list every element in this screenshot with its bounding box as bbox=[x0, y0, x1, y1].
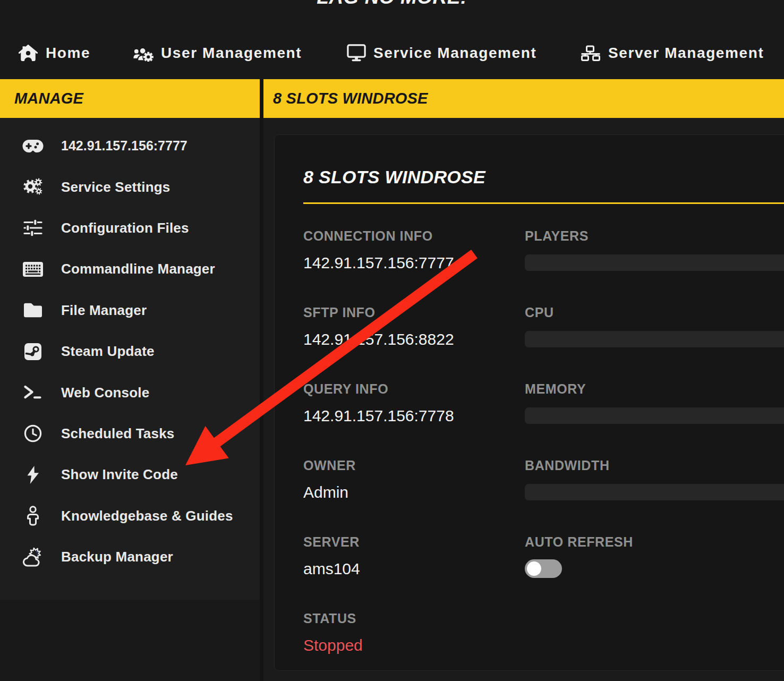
info-value: Admin bbox=[303, 481, 525, 504]
sidebar-item-label: Scheduled Tasks bbox=[61, 425, 175, 442]
main-header-title: 8 SLOTS WINDROSE bbox=[273, 90, 428, 107]
terminal-icon bbox=[22, 385, 44, 401]
metric-group-cpu: CPU bbox=[525, 303, 784, 380]
sidebar-item-label: Service Settings bbox=[61, 179, 171, 195]
info-label: SERVER bbox=[303, 533, 525, 551]
info-grid: CONNECTION INFO 142.91.157.156:7777 PLAY… bbox=[303, 227, 784, 671]
title-underline bbox=[303, 202, 784, 204]
toggle-knob bbox=[527, 561, 541, 576]
column-divider bbox=[260, 79, 263, 681]
info-column-right: BANDWIDTH bbox=[525, 456, 784, 533]
metric-label: BANDWIDTH bbox=[525, 456, 784, 474]
sidebar-item-backup-manager[interactable]: Backup Manager bbox=[0, 537, 260, 577]
info-column-right: CPU bbox=[525, 303, 784, 380]
metric-group-bandwidth: BANDWIDTH bbox=[525, 456, 784, 533]
sitemap-icon bbox=[581, 45, 601, 61]
main-header-bar: 8 SLOTS WINDROSE bbox=[263, 79, 784, 118]
info-group-sftp: SFTP INFO 142.91.157.156:8822 bbox=[303, 303, 525, 380]
nav-label: Service Management bbox=[373, 45, 536, 62]
sidebar-item-connection[interactable]: 142.91.157.156:7777 bbox=[0, 125, 260, 166]
info-group-connection: CONNECTION INFO 142.91.157.156:7777 bbox=[303, 227, 525, 303]
sidebar-item-service-settings[interactable]: Service Settings bbox=[0, 166, 260, 207]
info-value: 142.91.157.156:7778 bbox=[303, 404, 525, 428]
house-user-icon bbox=[18, 44, 38, 63]
sidebar-item-scheduled-tasks[interactable]: Scheduled Tasks bbox=[0, 413, 260, 454]
page-title: 8 SLOTS WINDROSE bbox=[303, 165, 784, 189]
metric-label: AUTO REFRESH bbox=[525, 533, 784, 551]
nav-item-user-management[interactable]: User Management bbox=[133, 35, 302, 71]
info-value: ams104 bbox=[303, 557, 525, 581]
info-row: STATUS Stopped bbox=[303, 609, 784, 671]
info-label: SFTP INFO bbox=[303, 303, 525, 321]
info-value: 142.91.157.156:7777 bbox=[303, 251, 525, 275]
sidebar-item-label: Configuration Files bbox=[61, 220, 189, 236]
cloud-backup-icon bbox=[22, 547, 44, 567]
metric-label: MEMORY bbox=[525, 380, 784, 398]
sidebar-item-show-invite-code[interactable]: Show Invite Code bbox=[0, 454, 260, 495]
info-row: OWNER Admin BANDWIDTH bbox=[303, 456, 784, 533]
nav-item-home[interactable]: Home bbox=[18, 35, 90, 71]
users-gear-icon bbox=[133, 45, 154, 62]
sidebar-item-configuration-files[interactable]: Configuration Files bbox=[0, 208, 260, 249]
memory-progress-bar bbox=[525, 407, 784, 424]
steam-icon bbox=[22, 343, 44, 361]
sidebar-item-label: Show Invite Code bbox=[61, 466, 178, 483]
sidebar-item-label: Backup Manager bbox=[61, 549, 173, 565]
nav-label: Server Management bbox=[608, 45, 764, 62]
sidebar-item-label: File Manager bbox=[61, 302, 147, 319]
sidebar-item-label: Steam Update bbox=[61, 343, 155, 360]
bandwidth-progress-bar bbox=[525, 484, 784, 500]
metric-group-memory: MEMORY bbox=[525, 380, 784, 456]
metric-label: PLAYERS bbox=[525, 227, 784, 245]
info-column-left: QUERY INFO 142.91.157.156:7778 bbox=[303, 380, 525, 456]
sidebar-item-label: Knowledgebase & Guides bbox=[61, 508, 233, 524]
info-person-icon bbox=[22, 506, 44, 526]
info-group-status: STATUS Stopped bbox=[303, 609, 525, 671]
gamepad-icon bbox=[22, 139, 44, 153]
bolt-icon bbox=[22, 465, 44, 484]
metric-group-players: PLAYERS bbox=[525, 227, 784, 303]
folder-icon bbox=[22, 302, 44, 318]
info-column-left: STATUS Stopped bbox=[303, 609, 525, 671]
info-column-left: CONNECTION INFO 142.91.157.156:7777 bbox=[303, 227, 525, 303]
info-value: 142.91.157.156:8822 bbox=[303, 328, 525, 351]
info-row: SERVER ams104 AUTO REFRESH bbox=[303, 533, 784, 609]
info-group-owner: OWNER Admin bbox=[303, 456, 525, 533]
info-column-right: AUTO REFRESH bbox=[525, 533, 784, 609]
nav-item-server-management[interactable]: Server Management bbox=[581, 35, 764, 71]
info-label: CONNECTION INFO bbox=[303, 227, 525, 245]
info-row: QUERY INFO 142.91.157.156:7778 MEMORY bbox=[303, 380, 784, 456]
info-column-left: SFTP INFO 142.91.157.156:8822 bbox=[303, 303, 525, 380]
cpu-progress-bar bbox=[525, 331, 784, 347]
sliders-icon bbox=[22, 218, 44, 237]
sidebar-item-label: Web Console bbox=[61, 385, 149, 401]
info-label: QUERY INFO bbox=[303, 380, 525, 398]
nav-label: User Management bbox=[161, 45, 302, 62]
sidebar-header-bar: MANAGE bbox=[0, 79, 260, 118]
auto-refresh-toggle[interactable] bbox=[525, 559, 562, 578]
info-group-query: QUERY INFO 142.91.157.156:7778 bbox=[303, 380, 525, 456]
info-label: OWNER bbox=[303, 456, 525, 474]
sidebar-item-web-console[interactable]: Web Console bbox=[0, 372, 260, 413]
sidebar-item-file-manager[interactable]: File Manager bbox=[0, 290, 260, 331]
sidebar-item-knowledgebase[interactable]: Knowledgebase & Guides bbox=[0, 496, 260, 537]
keyboard-icon bbox=[22, 261, 44, 277]
nav-label: Home bbox=[46, 45, 90, 62]
hero-headline: LAG NO MORE! bbox=[0, 0, 784, 8]
status-value: Stopped bbox=[303, 634, 525, 657]
display-icon bbox=[347, 44, 366, 63]
info-label: STATUS bbox=[303, 609, 525, 627]
nav-item-service-management[interactable]: Service Management bbox=[347, 35, 536, 71]
info-row: CONNECTION INFO 142.91.157.156:7777 PLAY… bbox=[303, 227, 784, 303]
top-nav: Home bbox=[0, 35, 784, 71]
sidebar-menu: 142.91.157.156:7777 Service Settings bbox=[0, 118, 260, 600]
info-row: SFTP INFO 142.91.157.156:8822 CPU bbox=[303, 303, 784, 380]
info-column-left: OWNER Admin bbox=[303, 456, 525, 533]
metric-label: CPU bbox=[525, 303, 784, 321]
service-panel: 8 SLOTS WINDROSE CONNECTION INFO 142.91.… bbox=[274, 134, 784, 671]
sidebar-item-commandline-manager[interactable]: Commandline Manager bbox=[0, 249, 260, 290]
sidebar-item-steam-update[interactable]: Steam Update bbox=[0, 331, 260, 372]
metric-group-auto-refresh: AUTO REFRESH bbox=[525, 533, 784, 609]
sidebar-header-title: MANAGE bbox=[14, 90, 83, 107]
info-column-left: SERVER ams104 bbox=[303, 533, 525, 609]
